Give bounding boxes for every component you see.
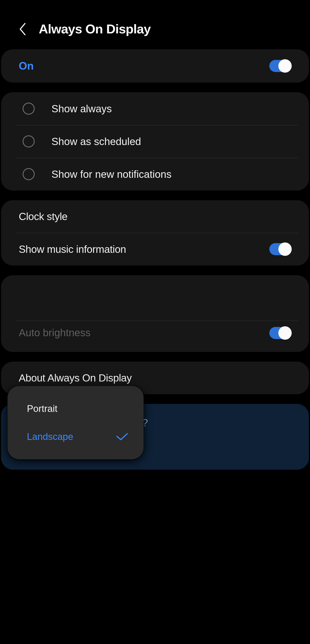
auto-brightness-label: Auto brightness xyxy=(19,328,91,338)
popup-option-label: Landscape xyxy=(27,431,73,442)
radio-show-notifications[interactable]: Show for new notifications xyxy=(1,158,309,190)
page-title: Always On Display xyxy=(39,22,151,36)
radio-icon xyxy=(22,168,35,180)
radio-label: Show as scheduled xyxy=(51,136,141,148)
music-info-row[interactable]: Show music information xyxy=(1,233,309,266)
toggle-knob xyxy=(278,242,292,256)
back-button[interactable] xyxy=(17,24,28,34)
toggle-knob xyxy=(278,326,292,340)
radio-icon xyxy=(22,135,35,148)
orientation-option-portrait[interactable]: Portrait xyxy=(7,395,144,423)
master-toggle[interactable] xyxy=(269,60,291,72)
radio-show-scheduled[interactable]: Show as scheduled xyxy=(1,125,309,158)
style-group: Clock style Show music information xyxy=(1,200,309,266)
master-toggle-label: On xyxy=(19,60,33,72)
clock-style-row[interactable]: Clock style xyxy=(1,200,309,233)
orientation-brightness-group: Auto brightness xyxy=(1,275,309,352)
orientation-row[interactable] xyxy=(1,278,309,320)
check-icon xyxy=(116,432,128,441)
about-label: About Always On Display xyxy=(19,372,132,384)
header: Always On Display xyxy=(0,22,310,49)
popup-option-label: Portrait xyxy=(27,403,57,414)
clock-style-label: Clock style xyxy=(19,210,68,222)
auto-brightness-row[interactable]: Auto brightness xyxy=(1,320,309,352)
music-info-label: Show music information xyxy=(19,243,126,255)
music-info-toggle[interactable] xyxy=(269,243,291,255)
master-toggle-card: On xyxy=(1,49,309,82)
toggle-knob xyxy=(278,59,292,73)
chevron-left-icon xyxy=(18,22,27,36)
radio-show-always[interactable]: Show always xyxy=(1,92,309,125)
master-toggle-row[interactable]: On xyxy=(1,49,309,82)
radio-label: Show for new notifications xyxy=(51,168,172,180)
orientation-option-landscape[interactable]: Landscape xyxy=(7,423,144,451)
auto-brightness-toggle[interactable] xyxy=(269,327,291,339)
radio-icon xyxy=(22,102,35,115)
display-mode-group: Show always Show as scheduled Show for n… xyxy=(1,92,309,190)
orientation-popup: Portrait Landscape xyxy=(7,386,144,459)
radio-label: Show always xyxy=(51,103,112,115)
